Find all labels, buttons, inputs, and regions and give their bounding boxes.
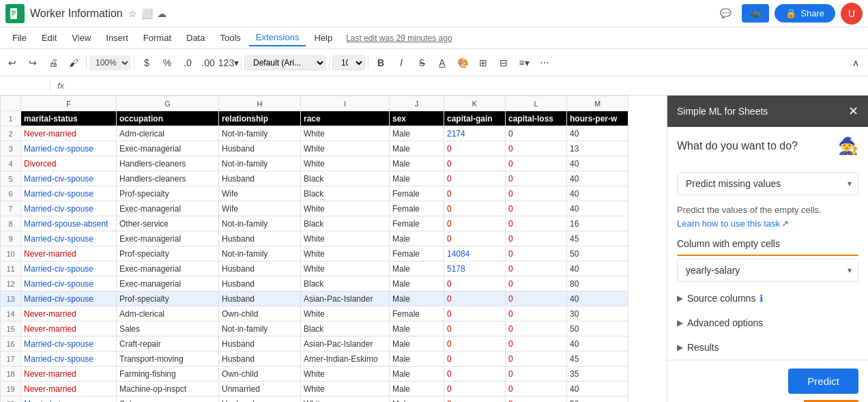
cell[interactable]: 0	[506, 246, 567, 261]
print-button[interactable]: 🖨	[44, 53, 63, 72]
cell[interactable]: 40	[567, 171, 628, 186]
cell[interactable]: Exec-managerial	[117, 276, 219, 291]
cell[interactable]: Male	[390, 397, 444, 403]
cell[interactable]: 0	[506, 367, 567, 382]
cell[interactable]: Not-in-family	[219, 321, 301, 336]
undo-button[interactable]: ↩	[3, 53, 22, 72]
cell[interactable]: Unmarried	[219, 382, 301, 397]
cell[interactable]: Male	[390, 382, 444, 397]
cell[interactable]: Exec-managerial	[117, 231, 219, 246]
cell[interactable]: Husband	[219, 231, 301, 246]
cell[interactable]: Husband	[219, 336, 301, 351]
cell[interactable]: 0	[506, 141, 567, 156]
info-icon[interactable]: ℹ	[760, 293, 763, 304]
cell[interactable]: White	[301, 156, 390, 171]
cell[interactable]: 0	[444, 321, 506, 336]
cell[interactable]: 45	[567, 231, 628, 246]
cell[interactable]: Male	[390, 156, 444, 171]
menu-view[interactable]: View	[65, 30, 98, 46]
cell[interactable]: 0	[444, 291, 506, 306]
cell[interactable]: 80	[567, 276, 628, 291]
cell[interactable]: Female	[390, 216, 444, 231]
font-select[interactable]: Default (Ari...	[244, 55, 326, 70]
cell[interactable]: 0	[506, 186, 567, 201]
cell[interactable]: Male	[390, 126, 444, 141]
decimal-less-button[interactable]: .0	[178, 53, 197, 72]
cell[interactable]: Prof-specialty	[117, 186, 219, 201]
cell[interactable]: Female	[390, 201, 444, 216]
cell[interactable]: 0	[506, 216, 567, 231]
cell[interactable]: Married-civ-spouse	[21, 201, 117, 216]
cell[interactable]: Male	[390, 261, 444, 276]
cell[interactable]: 0	[506, 231, 567, 246]
cell[interactable]: 0	[444, 276, 506, 291]
cell[interactable]: 30	[567, 306, 628, 321]
cell[interactable]: 0	[506, 156, 567, 171]
source-columns-row[interactable]: ▶ Source columns ℹ	[677, 290, 858, 306]
col-header-m[interactable]: M	[567, 96, 628, 111]
cell[interactable]: 0	[444, 141, 506, 156]
cell-ref-input[interactable]: E13	[3, 80, 50, 92]
paint-format-button[interactable]: 🖌	[64, 53, 83, 72]
cell[interactable]: Black	[301, 276, 390, 291]
cell[interactable]: 0	[444, 397, 506, 403]
cell[interactable]: 0	[444, 351, 506, 367]
cell[interactable]: Not-in-family	[219, 156, 301, 171]
menu-extensions[interactable]: Extensions	[249, 29, 306, 46]
cell[interactable]: 16	[567, 216, 628, 231]
cell[interactable]: Asian-Pac-Islander	[301, 291, 390, 306]
cell[interactable]: Not-in-family	[219, 246, 301, 261]
cell[interactable]: Male	[390, 351, 444, 367]
cell[interactable]: White	[301, 246, 390, 261]
cell[interactable]: Farming-fishing	[117, 367, 219, 382]
sheet-container[interactable]: F G H I J K L M 1 marital-status	[0, 96, 667, 402]
cell[interactable]: Male	[390, 231, 444, 246]
share-button[interactable]: 🔒 Share	[775, 4, 835, 23]
cell[interactable]: 0	[444, 336, 506, 351]
cell[interactable]: 40	[567, 291, 628, 306]
format-123-button[interactable]: 123▾	[219, 53, 238, 72]
predict-button[interactable]: Predict	[788, 369, 858, 394]
cell[interactable]: Married-civ-spouse	[21, 186, 117, 201]
collapse-button[interactable]: ∧	[846, 53, 865, 72]
formula-bar[interactable]: 13	[71, 80, 865, 92]
cell[interactable]: Divorced	[21, 156, 117, 171]
cell[interactable]: 0	[506, 276, 567, 291]
cell[interactable]: Asian-Pac-Islander	[301, 336, 390, 351]
cell[interactable]: Female	[390, 186, 444, 201]
cell[interactable]: Other-service	[117, 216, 219, 231]
menu-insert[interactable]: Insert	[99, 30, 135, 46]
zoom-select[interactable]: 100%	[89, 55, 131, 70]
cell[interactable]: 40	[567, 186, 628, 201]
cell[interactable]: Transport-moving	[117, 351, 219, 367]
star-icon[interactable]: ☆	[128, 8, 137, 19]
cell[interactable]: Black	[301, 171, 390, 186]
task-select[interactable]: Predict missing values Classify data For…	[677, 172, 858, 195]
cell[interactable]: White	[301, 261, 390, 276]
cell[interactable]: Married-civ-spouse	[21, 141, 117, 156]
cell[interactable]: 0	[506, 382, 567, 397]
cell[interactable]: White	[301, 397, 390, 403]
cell[interactable]: Husband	[219, 351, 301, 367]
cell[interactable]: 0	[444, 367, 506, 382]
cell[interactable]: 35	[567, 367, 628, 382]
cell[interactable]: Married-civ-spouse	[21, 397, 117, 403]
cell[interactable]: Not-in-family	[219, 126, 301, 141]
cell[interactable]: Prof-specialty	[117, 246, 219, 261]
cell[interactable]: 0	[444, 186, 506, 201]
cell[interactable]: Sales	[117, 321, 219, 336]
cell[interactable]: Handlers-cleaners	[117, 156, 219, 171]
cell[interactable]: 0	[506, 321, 567, 336]
cell[interactable]: Never-married	[21, 321, 117, 336]
redo-button[interactable]: ↪	[23, 53, 42, 72]
cell[interactable]: White	[301, 126, 390, 141]
cell[interactable]: Never-married	[21, 367, 117, 382]
col-header-h[interactable]: H	[219, 96, 301, 111]
cell[interactable]: Sales	[117, 397, 219, 403]
cloud-icon[interactable]: ☁	[157, 8, 167, 19]
cell[interactable]: Wife	[219, 201, 301, 216]
cell[interactable]: Married-civ-spouse	[21, 261, 117, 276]
col-header-l[interactable]: L	[506, 96, 567, 111]
cell[interactable]: Husband	[219, 261, 301, 276]
cell[interactable]: Husband	[219, 171, 301, 186]
